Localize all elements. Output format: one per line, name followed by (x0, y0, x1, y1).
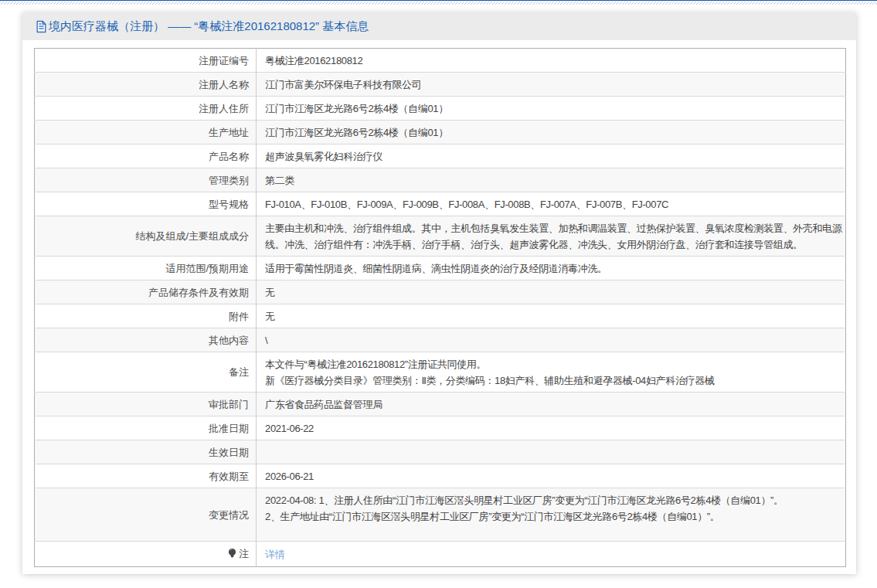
top-blue-line (0, 0, 877, 1)
table-row: 注册证编号粤械注准20162180812 (35, 49, 846, 73)
row-label: 批准日期 (35, 416, 257, 440)
row-label: 注 (35, 542, 257, 567)
table-row: 注册人名称江门市富美尔环保电子科技有限公司 (35, 73, 846, 97)
row-label-text: 型号规格 (209, 199, 249, 210)
row-label: 管理类别 (35, 168, 257, 192)
row-value: 超声波臭氧雾化妇科治疗仪 (257, 144, 846, 168)
table-row: 附件无 (35, 304, 846, 328)
row-label-text: 审批部门 (209, 399, 249, 410)
row-value: FJ-010A、FJ-010B、FJ-009A、FJ-009B、FJ-008A、… (257, 192, 846, 216)
table-row: 管理类别第二类 (35, 168, 846, 192)
page-title: 境内医疗器械（注册） —— “粤械注准20162180812” 基本信息 (49, 19, 369, 34)
device-info-panel: 境内医疗器械（注册） —— “粤械注准20162180812” 基本信息 注册证… (22, 12, 856, 574)
row-value-line: 2022-04-08: 1、注册人住所由“江门市江海区滘头明星村工业区厂房”变更… (265, 492, 844, 508)
row-value: 江门市江海区龙光路6号2栋4楼（自编01） (257, 121, 846, 144)
row-value: 本文件与“粤械注准20162180812”注册证共同使用。新《医疗器械分类目录》… (257, 352, 846, 393)
panel-header: 境内医疗器械（注册） —— “粤械注准20162180812” 基本信息 (22, 12, 856, 40)
row-value: 2026-06-21 (257, 464, 846, 488)
row-label-text: 变更情况 (209, 509, 249, 521)
row-label-text: 注册人住所 (199, 103, 249, 114)
row-value: 主要由主机和冲洗、治疗组件组成。其中，主机包括臭氧发生装置、加热和调温装置、过热… (257, 216, 846, 257)
row-label: 备注 (35, 352, 257, 393)
row-value-line: 本文件与“粤械注准20162180812”注册证共同使用。 (265, 356, 844, 372)
row-value-line: 新《医疗器械分类目录》管理类别：Ⅱ类，分类编码：18妇产科、辅助生殖和避孕器械-… (265, 372, 844, 389)
row-label-text: 注 (239, 548, 249, 559)
row-label-text: 管理类别 (209, 175, 249, 186)
row-label: 注册证编号 (35, 49, 257, 73)
row-value: 无 (257, 280, 846, 304)
table-row: 注册人住所江门市江海区龙光路6号2栋4楼（自编01） (35, 97, 846, 121)
row-label-text: 产品名称 (209, 151, 249, 162)
row-value (257, 440, 846, 464)
row-label-text: 注册人名称 (199, 79, 249, 90)
table-row: 其他内容\ (35, 328, 846, 352)
row-value: 第二类 (257, 168, 846, 192)
table-row: 产品名称超声波臭氧雾化妇科治疗仪 (35, 144, 846, 168)
row-label-text: 有效期至 (209, 471, 249, 482)
row-label-text: 生效日期 (209, 447, 249, 458)
row-label: 产品名称 (35, 144, 257, 168)
table-row: 型号规格FJ-010A、FJ-010B、FJ-009A、FJ-009B、FJ-0… (35, 192, 846, 216)
row-label-text: 注册证编号 (199, 55, 249, 66)
table-row: 有效期至2026-06-21 (35, 464, 846, 488)
row-label: 注册人名称 (35, 73, 257, 97)
row-label-text: 批准日期 (209, 423, 249, 434)
table-row: 注详情 (35, 542, 846, 567)
details-link[interactable]: 详情 (265, 549, 284, 560)
row-value: 江门市江海区龙光路6号2栋4楼（自编01） (257, 97, 846, 121)
row-label: 注册人住所 (35, 97, 257, 121)
row-label: 变更情况 (35, 488, 257, 542)
table-row: 产品储存条件及有效期无 (35, 280, 846, 304)
row-value: 广东省食品药品监督管理局 (257, 393, 846, 416)
table-row: 变更情况2022-04-08: 1、注册人住所由“江门市江海区滘头明星村工业区厂… (35, 488, 846, 542)
row-value: 粤械注准20162180812 (257, 49, 846, 73)
row-label: 产品储存条件及有效期 (35, 280, 257, 304)
row-value: 无 (257, 304, 846, 328)
table-row: 生产地址江门市江海区龙光路6号2栋4楼（自编01） (35, 121, 846, 144)
table-row: 适用范围/预期用途适用于霉菌性阴道炎、细菌性阴道病、滴虫性阴道炎的治疗及经阴道消… (35, 257, 846, 280)
row-value-line: 2、生产地址由“江门市江海区滘头明星村工业区厂房”变更为“江门市江海区龙光路6号… (265, 508, 844, 525)
row-value: 2022-04-08: 1、注册人住所由“江门市江海区滘头明星村工业区厂房”变更… (257, 488, 846, 542)
row-value: \ (257, 328, 846, 352)
row-label-text: 附件 (229, 311, 249, 322)
table-row: 结构及组成/主要组成成分主要由主机和冲洗、治疗组件组成。其中，主机包括臭氧发生装… (35, 216, 846, 257)
row-label: 有效期至 (35, 464, 257, 488)
row-label: 附件 (35, 304, 257, 328)
info-table: 注册证编号粤械注准20162180812注册人名称江门市富美尔环保电子科技有限公… (34, 48, 846, 567)
row-value-line (265, 525, 844, 538)
row-label-text: 适用范围/预期用途 (165, 263, 249, 274)
row-label-text: 其他内容 (209, 335, 249, 346)
row-label: 生效日期 (35, 440, 257, 464)
row-label: 审批部门 (35, 393, 257, 416)
row-label: 适用范围/预期用途 (35, 257, 257, 280)
row-value: 详情 (257, 542, 846, 567)
document-icon (35, 20, 48, 33)
bulb-icon (227, 547, 237, 563)
row-label-text: 产品储存条件及有效期 (148, 287, 249, 298)
row-value: 江门市富美尔环保电子科技有限公司 (257, 73, 846, 97)
row-value: 2021-06-22 (257, 416, 846, 440)
table-row: 批准日期2021-06-22 (35, 416, 846, 440)
row-label: 型号规格 (35, 192, 257, 216)
table-row: 备注本文件与“粤械注准20162180812”注册证共同使用。新《医疗器械分类目… (35, 352, 846, 393)
table-row: 生效日期 (35, 440, 846, 464)
row-label: 生产地址 (35, 121, 257, 144)
row-label-text: 结构及组成/主要组成成分 (135, 230, 249, 242)
row-label-text: 备注 (229, 366, 249, 378)
table-row: 审批部门广东省食品药品监督管理局 (35, 393, 846, 416)
row-label: 结构及组成/主要组成成分 (35, 216, 257, 257)
info-table-body: 注册证编号粤械注准20162180812注册人名称江门市富美尔环保电子科技有限公… (35, 49, 846, 567)
row-label: 其他内容 (35, 328, 257, 352)
row-value: 适用于霉菌性阴道炎、细菌性阴道病、滴虫性阴道炎的治疗及经阴道消毒冲洗。 (257, 257, 846, 280)
top-hatch-stripes (0, 2, 877, 5)
row-label-text: 生产地址 (209, 127, 249, 138)
